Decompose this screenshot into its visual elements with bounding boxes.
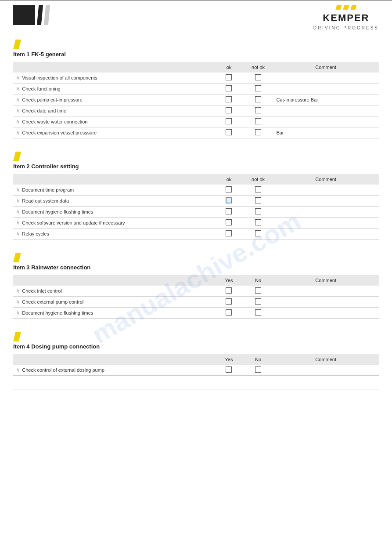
checkbox-square[interactable] bbox=[226, 197, 232, 203]
checkbox-square[interactable] bbox=[226, 208, 232, 214]
checkbox-square[interactable] bbox=[255, 107, 261, 113]
checkbox-square[interactable] bbox=[226, 118, 232, 124]
section-icon-item4 bbox=[13, 332, 21, 341]
col-comment-header-item3: Comment bbox=[273, 275, 379, 286]
checkbox-ok-item1-5[interactable] bbox=[214, 127, 244, 138]
checkbox-square[interactable] bbox=[255, 96, 261, 102]
col-ok-header-item4: Yes bbox=[214, 354, 244, 365]
table-row: // Read out system data bbox=[13, 196, 379, 207]
checkbox-ok-item1-1[interactable] bbox=[214, 83, 244, 94]
checkbox-square[interactable] bbox=[255, 74, 261, 80]
checkbox-square[interactable] bbox=[255, 219, 261, 225]
row-label-item2-2: // Document hygiene flushing times bbox=[13, 207, 214, 218]
row-slash-icon: // bbox=[17, 231, 19, 236]
checkbox-ok-item3-2[interactable] bbox=[214, 308, 244, 319]
table-item2: oknot okComment// Document time program/… bbox=[13, 174, 379, 239]
table-item3: YesNoComment// Check inlet control// Che… bbox=[13, 275, 379, 319]
checkbox-ok-item1-2[interactable] bbox=[214, 94, 244, 105]
checkbox-square[interactable] bbox=[226, 186, 232, 192]
checkbox-notok-item1-2[interactable] bbox=[244, 94, 273, 105]
section-item3: Item 3 Rainwater connectionYesNoComment/… bbox=[13, 253, 379, 319]
checkbox-square[interactable] bbox=[226, 85, 232, 91]
checkbox-notok-item3-1[interactable] bbox=[244, 297, 273, 308]
checkbox-ok-item1-3[interactable] bbox=[214, 105, 244, 116]
checkbox-square[interactable] bbox=[226, 74, 232, 80]
kemper-brand-text: KEMPER bbox=[323, 12, 369, 24]
table-row: // Relay cycles bbox=[13, 229, 379, 239]
header-right: KEMPER DRIVING PROGRESS bbox=[313, 5, 379, 30]
checkbox-square[interactable] bbox=[255, 208, 261, 214]
checkbox-notok-item2-2[interactable] bbox=[244, 207, 273, 218]
checkbox-notok-item1-4[interactable] bbox=[244, 116, 273, 127]
checkbox-square[interactable] bbox=[226, 287, 232, 294]
section-title-item4: Item 4 Dosing pump connection bbox=[13, 343, 379, 350]
row-slash-icon: // bbox=[17, 198, 19, 203]
checkbox-ok-item2-0[interactable] bbox=[214, 185, 244, 196]
row-slash-icon: // bbox=[17, 310, 19, 316]
table-row: // Check pump cut-in pressureCut-in pres… bbox=[13, 94, 379, 105]
checkbox-notok-item3-2[interactable] bbox=[244, 308, 273, 319]
table-row: // Check date and time bbox=[13, 105, 379, 116]
checkbox-notok-item3-0[interactable] bbox=[244, 286, 273, 297]
checkbox-square[interactable] bbox=[255, 230, 261, 236]
checkbox-ok-item2-3[interactable] bbox=[214, 218, 244, 229]
checkbox-ok-item4-0[interactable] bbox=[214, 365, 244, 376]
checkbox-square[interactable] bbox=[255, 118, 261, 124]
bottom-line bbox=[13, 389, 379, 389]
checkbox-notok-item1-1[interactable] bbox=[244, 83, 273, 94]
comment-cell-item1-0 bbox=[273, 73, 379, 83]
checkbox-square[interactable] bbox=[255, 186, 261, 192]
checkbox-ok-item2-2[interactable] bbox=[214, 207, 244, 218]
section-item1: Item 1 FK-5 generaloknot okComment// Vis… bbox=[13, 40, 379, 138]
checkbox-square[interactable] bbox=[255, 298, 261, 305]
checkbox-notok-item4-0[interactable] bbox=[244, 365, 273, 376]
checkbox-notok-item2-4[interactable] bbox=[244, 229, 273, 239]
checkbox-square[interactable] bbox=[255, 197, 261, 203]
row-slash-icon: // bbox=[17, 288, 19, 294]
checkbox-square[interactable] bbox=[226, 309, 232, 316]
col-label-header-item2 bbox=[13, 174, 214, 185]
checkbox-ok-item1-4[interactable] bbox=[214, 116, 244, 127]
comment-cell-item3-2 bbox=[273, 308, 379, 319]
checkbox-square[interactable] bbox=[255, 287, 261, 294]
checkbox-square[interactable] bbox=[226, 366, 232, 373]
checkbox-square[interactable] bbox=[255, 309, 261, 316]
table-row: // Document time program bbox=[13, 185, 379, 196]
comment-cell-item2-1 bbox=[273, 196, 379, 207]
checkbox-square[interactable] bbox=[255, 85, 261, 91]
checkbox-square[interactable] bbox=[255, 366, 261, 373]
checkbox-ok-item2-4[interactable] bbox=[214, 229, 244, 239]
checkbox-ok-item2-1[interactable] bbox=[214, 196, 244, 207]
checkbox-ok-item1-0[interactable] bbox=[214, 73, 244, 83]
driving-progress-text: DRIVING PROGRESS bbox=[313, 25, 379, 30]
row-label-item3-1: // Check external pump control bbox=[13, 297, 214, 308]
black-box-logo bbox=[13, 5, 35, 25]
checkbox-square[interactable] bbox=[226, 298, 232, 305]
table-row: // Check expansion vessel presssureBar bbox=[13, 127, 379, 138]
col-notok-header-item1: not ok bbox=[244, 62, 273, 73]
checkbox-ok-item3-0[interactable] bbox=[214, 286, 244, 297]
table-item1: oknot okComment// Visual inspection of a… bbox=[13, 62, 379, 138]
checkbox-square[interactable] bbox=[255, 129, 261, 135]
checkbox-ok-item3-1[interactable] bbox=[214, 297, 244, 308]
col-comment-header-item2: Comment bbox=[273, 174, 379, 185]
section-icon-item1 bbox=[13, 40, 21, 49]
checkbox-notok-item2-0[interactable] bbox=[244, 185, 273, 196]
comment-cell-item1-5: Bar bbox=[273, 127, 379, 138]
slash-2 bbox=[44, 5, 50, 25]
section-item2: Item 2 Controller settingoknot okComment… bbox=[13, 152, 379, 239]
checkbox-square[interactable] bbox=[226, 107, 232, 113]
checkbox-square[interactable] bbox=[226, 129, 232, 135]
col-comment-header-item1: Comment bbox=[273, 62, 379, 73]
checkbox-notok-item2-1[interactable] bbox=[244, 196, 273, 207]
checkbox-square[interactable] bbox=[226, 230, 232, 236]
checkbox-notok-item1-5[interactable] bbox=[244, 127, 273, 138]
checkbox-square[interactable] bbox=[226, 219, 232, 225]
checkbox-notok-item1-0[interactable] bbox=[244, 73, 273, 83]
checkbox-notok-item2-3[interactable] bbox=[244, 218, 273, 229]
comment-cell-item2-0 bbox=[273, 185, 379, 196]
checkbox-square[interactable] bbox=[226, 96, 232, 102]
checkbox-notok-item1-3[interactable] bbox=[244, 105, 273, 116]
page-header: KEMPER DRIVING PROGRESS bbox=[0, 1, 392, 35]
col-notok-header-item2: not ok bbox=[244, 174, 273, 185]
